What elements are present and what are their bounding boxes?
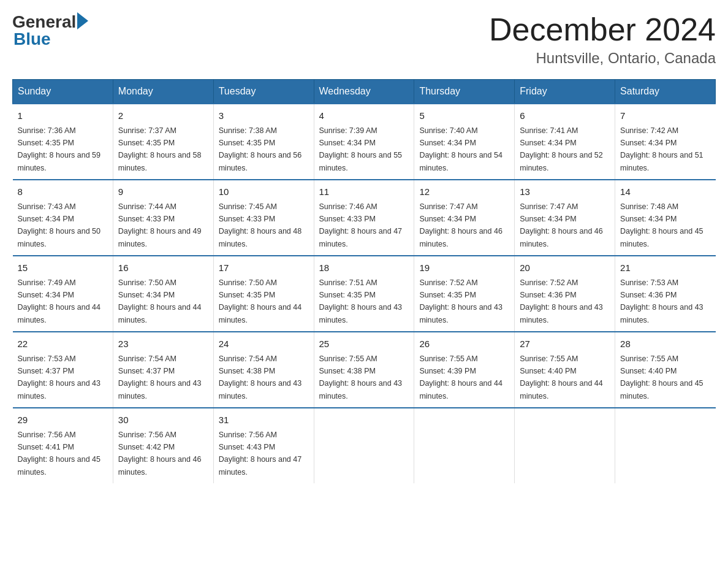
- column-header-wednesday: Wednesday: [314, 80, 414, 104]
- day-info: Sunrise: 7:44 AMSunset: 4:33 PMDaylight:…: [118, 202, 202, 248]
- day-info: Sunrise: 7:52 AMSunset: 4:36 PMDaylight:…: [520, 278, 603, 324]
- week-row-4: 22Sunrise: 7:53 AMSunset: 4:37 PMDayligh…: [13, 332, 716, 408]
- day-number: 2: [118, 109, 208, 123]
- calendar-cell: 17Sunrise: 7:50 AMSunset: 4:35 PMDayligh…: [213, 256, 314, 332]
- day-info: Sunrise: 7:56 AMSunset: 4:42 PMDaylight:…: [118, 431, 202, 477]
- calendar-cell: [615, 408, 716, 483]
- day-info: Sunrise: 7:37 AMSunset: 4:35 PMDaylight:…: [118, 126, 202, 172]
- day-info: Sunrise: 7:43 AMSunset: 4:34 PMDaylight:…: [18, 202, 101, 248]
- calendar-cell: 16Sunrise: 7:50 AMSunset: 4:34 PMDayligh…: [113, 256, 213, 332]
- calendar-cell: 14Sunrise: 7:48 AMSunset: 4:34 PMDayligh…: [615, 180, 716, 256]
- calendar-cell: [414, 408, 515, 483]
- day-info: Sunrise: 7:40 AMSunset: 4:34 PMDaylight:…: [419, 126, 502, 172]
- day-number: 11: [319, 185, 409, 199]
- calendar-cell: [515, 408, 615, 483]
- day-number: 28: [620, 337, 710, 351]
- column-header-tuesday: Tuesday: [213, 80, 314, 104]
- calendar-table: SundayMondayTuesdayWednesdayThursdayFrid…: [12, 79, 716, 483]
- column-header-thursday: Thursday: [414, 80, 515, 104]
- day-info: Sunrise: 7:55 AMSunset: 4:40 PMDaylight:…: [520, 354, 603, 400]
- column-header-friday: Friday: [515, 80, 615, 104]
- calendar-cell: 19Sunrise: 7:52 AMSunset: 4:35 PMDayligh…: [414, 256, 515, 332]
- day-number: 1: [18, 109, 108, 123]
- calendar-cell: 9Sunrise: 7:44 AMSunset: 4:33 PMDaylight…: [113, 180, 213, 256]
- calendar-cell: 31Sunrise: 7:56 AMSunset: 4:43 PMDayligh…: [213, 408, 314, 483]
- day-number: 27: [520, 337, 610, 351]
- logo-blue-text: Blue: [13, 29, 51, 49]
- calendar-cell: [314, 408, 414, 483]
- day-info: Sunrise: 7:47 AMSunset: 4:34 PMDaylight:…: [520, 202, 603, 248]
- day-number: 23: [118, 337, 208, 351]
- calendar-cell: 22Sunrise: 7:53 AMSunset: 4:37 PMDayligh…: [13, 332, 113, 408]
- calendar-cell: 11Sunrise: 7:46 AMSunset: 4:33 PMDayligh…: [314, 180, 414, 256]
- calendar-cell: 28Sunrise: 7:55 AMSunset: 4:40 PMDayligh…: [615, 332, 716, 408]
- day-number: 31: [219, 413, 309, 427]
- calendar-cell: 27Sunrise: 7:55 AMSunset: 4:40 PMDayligh…: [515, 332, 615, 408]
- calendar-cell: 5Sunrise: 7:40 AMSunset: 4:34 PMDaylight…: [414, 104, 515, 180]
- calendar-cell: 18Sunrise: 7:51 AMSunset: 4:35 PMDayligh…: [314, 256, 414, 332]
- day-number: 26: [419, 337, 509, 351]
- day-number: 22: [18, 337, 108, 351]
- calendar-cell: 13Sunrise: 7:47 AMSunset: 4:34 PMDayligh…: [515, 180, 615, 256]
- day-info: Sunrise: 7:53 AMSunset: 4:36 PMDaylight:…: [620, 278, 703, 324]
- calendar-cell: 21Sunrise: 7:53 AMSunset: 4:36 PMDayligh…: [615, 256, 716, 332]
- calendar-cell: 29Sunrise: 7:56 AMSunset: 4:41 PMDayligh…: [13, 408, 113, 483]
- day-number: 8: [18, 185, 108, 199]
- day-number: 7: [620, 109, 710, 123]
- logo: General Blue: [12, 12, 88, 49]
- calendar-cell: 30Sunrise: 7:56 AMSunset: 4:42 PMDayligh…: [113, 408, 213, 483]
- day-number: 17: [219, 261, 309, 275]
- day-number: 4: [319, 109, 409, 123]
- column-header-monday: Monday: [113, 80, 213, 104]
- week-row-5: 29Sunrise: 7:56 AMSunset: 4:41 PMDayligh…: [13, 408, 716, 483]
- calendar-cell: 3Sunrise: 7:38 AMSunset: 4:35 PMDaylight…: [213, 104, 314, 180]
- week-row-3: 15Sunrise: 7:49 AMSunset: 4:34 PMDayligh…: [13, 256, 716, 332]
- calendar-cell: 23Sunrise: 7:54 AMSunset: 4:37 PMDayligh…: [113, 332, 213, 408]
- day-info: Sunrise: 7:48 AMSunset: 4:34 PMDaylight:…: [620, 202, 703, 248]
- day-number: 14: [620, 185, 710, 199]
- day-info: Sunrise: 7:54 AMSunset: 4:37 PMDaylight:…: [118, 354, 202, 400]
- day-info: Sunrise: 7:42 AMSunset: 4:34 PMDaylight:…: [620, 126, 703, 172]
- day-number: 6: [520, 109, 610, 123]
- day-info: Sunrise: 7:54 AMSunset: 4:38 PMDaylight:…: [219, 354, 302, 400]
- day-number: 13: [520, 185, 610, 199]
- day-info: Sunrise: 7:55 AMSunset: 4:39 PMDaylight:…: [419, 354, 502, 400]
- day-number: 19: [419, 261, 509, 275]
- month-title: December 2024: [489, 12, 716, 47]
- day-number: 18: [319, 261, 409, 275]
- day-number: 15: [18, 261, 108, 275]
- day-info: Sunrise: 7:47 AMSunset: 4:34 PMDaylight:…: [419, 202, 502, 248]
- calendar-cell: 7Sunrise: 7:42 AMSunset: 4:34 PMDaylight…: [615, 104, 716, 180]
- calendar-cell: 8Sunrise: 7:43 AMSunset: 4:34 PMDaylight…: [13, 180, 113, 256]
- day-info: Sunrise: 7:36 AMSunset: 4:35 PMDaylight:…: [18, 126, 101, 172]
- day-number: 12: [419, 185, 509, 199]
- day-info: Sunrise: 7:50 AMSunset: 4:35 PMDaylight:…: [219, 278, 302, 324]
- day-number: 30: [118, 413, 208, 427]
- day-number: 3: [219, 109, 309, 123]
- day-info: Sunrise: 7:51 AMSunset: 4:35 PMDaylight:…: [319, 278, 403, 324]
- day-info: Sunrise: 7:55 AMSunset: 4:40 PMDaylight:…: [620, 354, 703, 400]
- day-info: Sunrise: 7:38 AMSunset: 4:35 PMDaylight:…: [219, 126, 302, 172]
- day-info: Sunrise: 7:50 AMSunset: 4:34 PMDaylight:…: [118, 278, 202, 324]
- day-number: 5: [419, 109, 509, 123]
- location-title: Huntsville, Ontario, Canada: [489, 50, 716, 67]
- calendar-cell: 15Sunrise: 7:49 AMSunset: 4:34 PMDayligh…: [13, 256, 113, 332]
- day-info: Sunrise: 7:56 AMSunset: 4:41 PMDaylight:…: [18, 431, 101, 477]
- day-info: Sunrise: 7:53 AMSunset: 4:37 PMDaylight:…: [18, 354, 101, 400]
- day-info: Sunrise: 7:56 AMSunset: 4:43 PMDaylight:…: [219, 431, 302, 477]
- week-row-2: 8Sunrise: 7:43 AMSunset: 4:34 PMDaylight…: [13, 180, 716, 256]
- day-info: Sunrise: 7:45 AMSunset: 4:33 PMDaylight:…: [219, 202, 302, 248]
- calendar-cell: 10Sunrise: 7:45 AMSunset: 4:33 PMDayligh…: [213, 180, 314, 256]
- day-info: Sunrise: 7:41 AMSunset: 4:34 PMDaylight:…: [520, 126, 603, 172]
- day-info: Sunrise: 7:55 AMSunset: 4:38 PMDaylight:…: [319, 354, 403, 400]
- calendar-cell: 24Sunrise: 7:54 AMSunset: 4:38 PMDayligh…: [213, 332, 314, 408]
- calendar-cell: 2Sunrise: 7:37 AMSunset: 4:35 PMDaylight…: [113, 104, 213, 180]
- day-info: Sunrise: 7:52 AMSunset: 4:35 PMDaylight:…: [419, 278, 502, 324]
- day-number: 29: [18, 413, 108, 427]
- calendar-cell: 20Sunrise: 7:52 AMSunset: 4:36 PMDayligh…: [515, 256, 615, 332]
- column-header-sunday: Sunday: [13, 80, 113, 104]
- page-header: General Blue December 2024 Huntsville, O…: [12, 12, 716, 67]
- day-info: Sunrise: 7:39 AMSunset: 4:34 PMDaylight:…: [319, 126, 403, 172]
- calendar-cell: 6Sunrise: 7:41 AMSunset: 4:34 PMDaylight…: [515, 104, 615, 180]
- day-number: 20: [520, 261, 610, 275]
